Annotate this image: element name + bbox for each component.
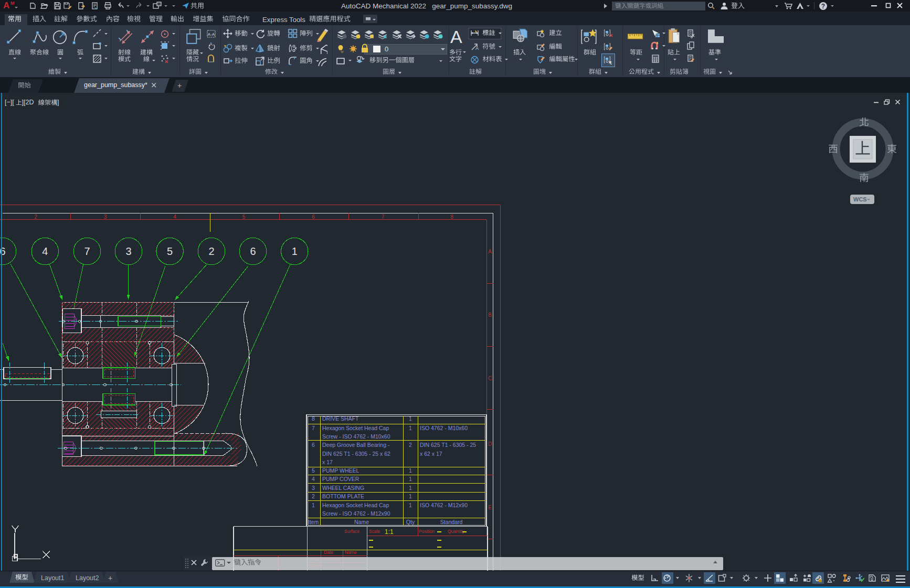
svg-text:1: 1 (409, 476, 412, 482)
svg-text:ISO 4762 - M12x90: ISO 4762 - M12x90 (420, 502, 468, 508)
svg-text:Deep Groove Ball Bearing -: Deep Groove Ball Bearing - (322, 442, 390, 448)
svg-text:7: 7 (382, 214, 385, 220)
svg-text:4: 4 (173, 214, 176, 220)
svg-text:6: 6 (250, 245, 256, 257)
svg-text:2: 2 (34, 214, 37, 220)
svg-text:Position: Position (419, 529, 435, 534)
svg-text:7: 7 (312, 425, 315, 431)
svg-text:Hexagon Socket Head Cap: Hexagon Socket Head Cap (322, 425, 389, 431)
svg-text:A: A (488, 249, 492, 254)
svg-text:7: 7 (84, 245, 90, 257)
svg-text:1: 1 (292, 245, 298, 257)
svg-text:Date: Date (324, 550, 333, 555)
svg-text:Surface: Surface (344, 529, 360, 534)
svg-text:8: 8 (312, 415, 315, 422)
svg-text:6: 6 (312, 214, 315, 220)
svg-text:B: B (488, 312, 492, 318)
svg-text:?: ? (821, 3, 825, 10)
svg-text:1: 1 (409, 493, 412, 499)
svg-text:4: 4 (312, 476, 315, 482)
svg-text:Name: Name (354, 519, 369, 525)
svg-text:3: 3 (125, 245, 131, 257)
svg-text:x 17: x 17 (322, 459, 333, 465)
svg-text:1: 1 (409, 425, 412, 431)
svg-text:C: C (488, 376, 492, 381)
svg-text:5: 5 (242, 214, 246, 220)
svg-text:ISO 4762 - M10x60: ISO 4762 - M10x60 (420, 425, 468, 431)
svg-text:Scale: Scale (369, 529, 380, 534)
svg-text:DIN 625 T1 - 6305 - 25 x 62: DIN 625 T1 - 6305 - 25 x 62 (322, 451, 390, 457)
svg-text:Qty: Qty (406, 519, 415, 525)
svg-text:8: 8 (450, 214, 453, 220)
svg-text:4: 4 (42, 245, 48, 257)
svg-text:A-A: A-A (208, 32, 215, 37)
svg-text:D: D (488, 441, 492, 447)
svg-text:1: 1 (409, 502, 412, 508)
svg-text:BOTTOM PLATE: BOTTOM PLATE (322, 493, 364, 499)
svg-text:PUMP COVER: PUMP COVER (322, 476, 359, 482)
svg-text:DIN 625 T1 - 6305 - 25: DIN 625 T1 - 6305 - 25 (420, 442, 476, 448)
svg-text:5: 5 (167, 245, 173, 257)
svg-text:PUMP WHEEL: PUMP WHEEL (322, 467, 359, 474)
svg-text:DRIVE SHAFT: DRIVE SHAFT (322, 415, 359, 422)
svg-text:3: 3 (104, 214, 107, 220)
svg-text:A: A (475, 46, 479, 51)
svg-text:Screw - ISO 4762 - M12x90: Screw - ISO 4762 - M12x90 (322, 510, 390, 517)
svg-text:WHEEL CASING: WHEEL CASING (322, 485, 364, 491)
svg-text:1: 1 (409, 485, 412, 491)
svg-text:1: 1 (409, 415, 412, 422)
svg-text:2: 2 (312, 493, 315, 499)
svg-text:Standard: Standard (440, 519, 463, 525)
svg-text:Item: Item (308, 519, 319, 525)
svg-text:1:1: 1:1 (385, 528, 394, 536)
svg-text:5: 5 (312, 467, 315, 474)
svg-text:Hexagon Socket Head Cap: Hexagon Socket Head Cap (322, 502, 389, 508)
svg-text:6: 6 (312, 442, 315, 448)
svg-text:E: E (488, 505, 492, 510)
svg-text:Name: Name (345, 550, 357, 555)
svg-text:Screw - ISO 4762 - M10x60: Screw - ISO 4762 - M10x60 (322, 433, 390, 440)
svg-text:2: 2 (208, 245, 214, 257)
svg-text:x 62 x 17: x 62 x 17 (420, 451, 442, 457)
svg-text:1: 1 (312, 502, 315, 508)
svg-text:3: 3 (312, 485, 315, 491)
svg-text:Quantity: Quantity (448, 529, 464, 534)
svg-text:1: 1 (409, 467, 412, 474)
svg-text:2: 2 (409, 442, 412, 448)
